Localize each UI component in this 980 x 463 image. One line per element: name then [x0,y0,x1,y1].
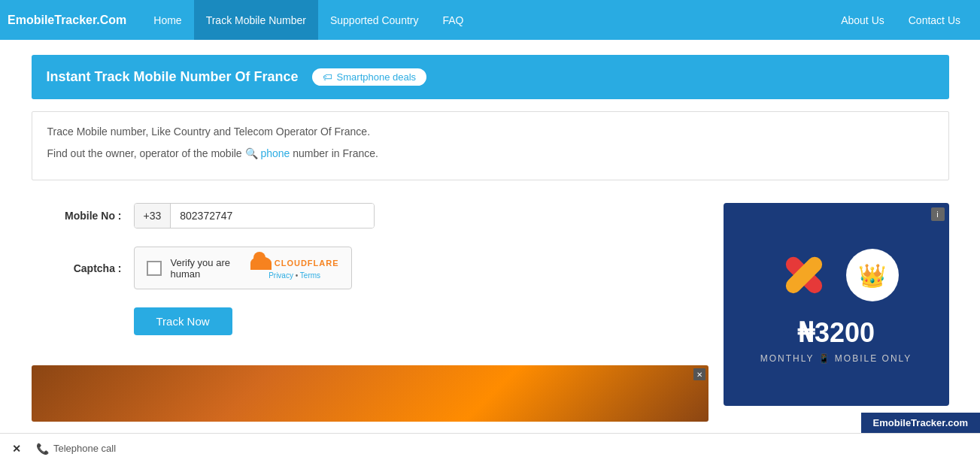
mobile-row: Mobile No : +33 [32,203,708,228]
nav-right: About Us Contact Us [829,0,972,40]
ad-box: i 👑 ₦3200 M [724,203,949,406]
captcha-label: Captcha : [32,262,122,274]
captcha-left: Verify you are human [147,257,250,280]
bottom-ad-inner [32,365,708,422]
navbar: EmobileTracker.Com Home Track Mobile Num… [0,0,980,40]
captcha-row: Captcha : Verify you are human CLOUDFLAR… [32,247,708,289]
brand-logo[interactable]: EmobileTracker.Com [8,14,126,27]
cloudflare-privacy-link[interactable]: Privacy [269,271,293,280]
bottom-ad-close-button[interactable]: ✕ [693,368,705,380]
premier-league-logo: 👑 [846,249,899,301]
nav-item-faq[interactable]: FAQ [430,0,475,40]
cloudflare-text: CLOUDFLARE [275,259,339,268]
cloudflare-links: Privacy • Terms [269,271,320,280]
cloudflare-cloud-icon [250,256,272,270]
mobile-label: Mobile No : [32,210,122,222]
smartphone-deals-button[interactable]: 🏷 Smartphone deals [311,67,429,87]
nav-item-supported-country[interactable]: Supported Country [318,0,431,40]
form-section: Mobile No : +33 Captcha : Verify you are… [32,203,708,422]
captcha-box: Verify you are human CLOUDFLARE Privacy … [134,247,352,289]
ad-sidebar: i 👑 ₦3200 M [724,203,949,422]
nav-item-home[interactable]: Home [141,0,193,40]
bottom-ad-banner: ✕ [32,365,708,422]
track-now-button[interactable]: Track Now [134,307,232,335]
description-box: Trace Mobile number, Like Country and Te… [32,111,949,180]
crown-icon: 👑 [858,262,886,289]
main-container: Instant Track Mobile Number Of France 🏷 … [17,40,964,422]
nav-links: Home Track Mobile Number Supported Count… [141,0,972,40]
nav-item-track-mobile[interactable]: Track Mobile Number [194,0,318,40]
page-header-title: Instant Track Mobile Number Of France [47,69,299,85]
page-header-box: Instant Track Mobile Number Of France 🏷 … [32,55,949,99]
ad-subtitle: MONTHLY 📱 MOBILE ONLY [760,353,912,364]
description-line2: Find out the owner, operator of the mobi… [47,146,933,162]
nav-item-contact[interactable]: Contact Us [897,0,972,40]
content-area: Mobile No : +33 Captcha : Verify you are… [32,203,949,422]
ad-close-button[interactable]: i [931,207,945,221]
cloudflare-branding: CLOUDFLARE Privacy • Terms [250,256,339,280]
search-icon: 🔍 [245,147,261,159]
nav-item-about[interactable]: About Us [829,0,897,40]
phone-input-group: +33 [134,203,375,228]
phone-link[interactable]: phone [260,147,290,159]
footer-ad-bar: EmobileTracker.com [861,413,980,422]
cloudflare-logo: CLOUDFLARE [250,256,339,270]
captcha-text: Verify you are human [171,257,250,280]
x-brand-icon [774,245,834,305]
mobile-number-input[interactable] [171,204,373,228]
ad-price: ₦3200 [797,317,875,349]
tag-icon: 🏷 [323,71,332,83]
cloudflare-terms-link[interactable]: Terms [300,271,320,280]
country-code: +33 [135,204,171,228]
captcha-checkbox[interactable] [147,261,162,276]
ad-logo-row: 👑 [774,245,899,305]
description-line1: Trace Mobile number, Like Country and Te… [47,124,933,140]
